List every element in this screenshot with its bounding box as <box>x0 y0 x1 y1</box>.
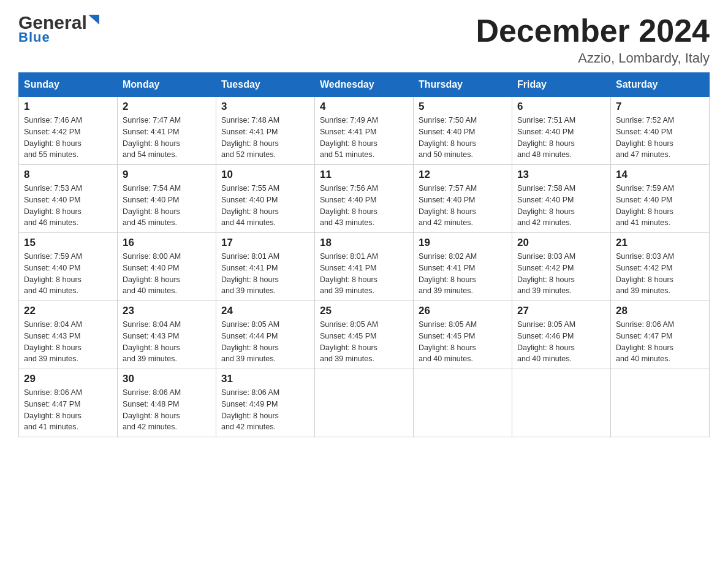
day-info: Sunrise: 7:50 AMSunset: 4:40 PMDaylight:… <box>419 115 507 161</box>
calendar-table: SundayMondayTuesdayWednesdayThursdayFrid… <box>18 72 710 437</box>
calendar-cell <box>512 369 611 437</box>
calendar-cell: 2Sunrise: 7:47 AMSunset: 4:41 PMDaylight… <box>118 97 216 165</box>
header-wednesday: Wednesday <box>315 73 414 97</box>
day-number: 18 <box>320 237 408 249</box>
calendar-cell: 27Sunrise: 8:05 AMSunset: 4:46 PMDayligh… <box>512 301 611 369</box>
title-block: December 2024 Azzio, Lombardy, Italy <box>476 12 710 66</box>
header-thursday: Thursday <box>414 73 512 97</box>
day-info: Sunrise: 8:05 AMSunset: 4:45 PMDaylight:… <box>419 319 507 365</box>
day-info: Sunrise: 8:05 AMSunset: 4:46 PMDaylight:… <box>517 319 605 365</box>
day-info: Sunrise: 8:05 AMSunset: 4:44 PMDaylight:… <box>221 319 309 365</box>
day-info: Sunrise: 8:04 AMSunset: 4:43 PMDaylight:… <box>24 319 112 365</box>
day-info: Sunrise: 7:49 AMSunset: 4:41 PMDaylight:… <box>320 115 408 161</box>
day-number: 22 <box>24 305 112 317</box>
day-info: Sunrise: 7:51 AMSunset: 4:40 PMDaylight:… <box>517 115 605 161</box>
day-info: Sunrise: 8:00 AMSunset: 4:40 PMDaylight:… <box>123 251 211 297</box>
day-number: 2 <box>123 101 211 113</box>
calendar-cell: 5Sunrise: 7:50 AMSunset: 4:40 PMDaylight… <box>414 97 512 165</box>
day-info: Sunrise: 7:52 AMSunset: 4:40 PMDaylight:… <box>616 115 704 161</box>
calendar-cell: 7Sunrise: 7:52 AMSunset: 4:40 PMDaylight… <box>611 97 710 165</box>
day-number: 13 <box>517 169 605 181</box>
logo-blue-text: Blue <box>18 29 50 45</box>
calendar-cell: 20Sunrise: 8:03 AMSunset: 4:42 PMDayligh… <box>512 233 611 301</box>
calendar-cell: 9Sunrise: 7:54 AMSunset: 4:40 PMDaylight… <box>118 165 216 233</box>
calendar-week-row: 1Sunrise: 7:46 AMSunset: 4:42 PMDaylight… <box>19 97 710 165</box>
day-number: 26 <box>419 305 507 317</box>
calendar-cell: 8Sunrise: 7:53 AMSunset: 4:40 PMDaylight… <box>19 165 118 233</box>
calendar-cell: 17Sunrise: 8:01 AMSunset: 4:41 PMDayligh… <box>216 233 315 301</box>
day-info: Sunrise: 8:06 AMSunset: 4:49 PMDaylight:… <box>221 387 309 433</box>
day-number: 10 <box>221 169 309 181</box>
calendar-cell: 25Sunrise: 8:05 AMSunset: 4:45 PMDayligh… <box>315 301 414 369</box>
day-info: Sunrise: 7:48 AMSunset: 4:41 PMDaylight:… <box>221 115 309 161</box>
day-info: Sunrise: 7:46 AMSunset: 4:42 PMDaylight:… <box>24 115 112 161</box>
calendar-cell: 30Sunrise: 8:06 AMSunset: 4:48 PMDayligh… <box>118 369 216 437</box>
location-title: Azzio, Lombardy, Italy <box>476 50 710 66</box>
day-info: Sunrise: 8:06 AMSunset: 4:47 PMDaylight:… <box>616 319 704 365</box>
day-number: 23 <box>123 305 211 317</box>
day-number: 19 <box>419 237 507 249</box>
day-number: 21 <box>616 237 704 249</box>
day-number: 17 <box>221 237 309 249</box>
calendar-cell: 28Sunrise: 8:06 AMSunset: 4:47 PMDayligh… <box>611 301 710 369</box>
calendar-cell: 15Sunrise: 7:59 AMSunset: 4:40 PMDayligh… <box>19 233 118 301</box>
header-friday: Friday <box>512 73 611 97</box>
calendar-cell: 13Sunrise: 7:58 AMSunset: 4:40 PMDayligh… <box>512 165 611 233</box>
page-header: General Blue December 2024 Azzio, Lombar… <box>18 12 710 66</box>
calendar-cell: 21Sunrise: 8:03 AMSunset: 4:42 PMDayligh… <box>611 233 710 301</box>
day-number: 11 <box>320 169 408 181</box>
calendar-cell: 4Sunrise: 7:49 AMSunset: 4:41 PMDaylight… <box>315 97 414 165</box>
day-info: Sunrise: 8:04 AMSunset: 4:43 PMDaylight:… <box>123 319 211 365</box>
day-info: Sunrise: 7:53 AMSunset: 4:40 PMDaylight:… <box>24 183 112 229</box>
day-number: 28 <box>616 305 704 317</box>
svg-marker-0 <box>88 15 99 25</box>
day-info: Sunrise: 7:57 AMSunset: 4:40 PMDaylight:… <box>419 183 507 229</box>
logo-flag-icon <box>87 13 100 29</box>
calendar-cell: 22Sunrise: 8:04 AMSunset: 4:43 PMDayligh… <box>19 301 118 369</box>
calendar-cell: 6Sunrise: 7:51 AMSunset: 4:40 PMDaylight… <box>512 97 611 165</box>
day-number: 29 <box>24 373 112 385</box>
day-number: 5 <box>419 101 507 113</box>
day-number: 7 <box>616 101 704 113</box>
day-number: 12 <box>419 169 507 181</box>
day-info: Sunrise: 7:59 AMSunset: 4:40 PMDaylight:… <box>24 251 112 297</box>
day-number: 9 <box>123 169 211 181</box>
day-info: Sunrise: 7:56 AMSunset: 4:40 PMDaylight:… <box>320 183 408 229</box>
day-info: Sunrise: 7:55 AMSunset: 4:40 PMDaylight:… <box>221 183 309 229</box>
calendar-cell: 24Sunrise: 8:05 AMSunset: 4:44 PMDayligh… <box>216 301 315 369</box>
calendar-cell: 16Sunrise: 8:00 AMSunset: 4:40 PMDayligh… <box>118 233 216 301</box>
calendar-cell: 14Sunrise: 7:59 AMSunset: 4:40 PMDayligh… <box>611 165 710 233</box>
calendar-cell: 3Sunrise: 7:48 AMSunset: 4:41 PMDaylight… <box>216 97 315 165</box>
calendar-header-row: SundayMondayTuesdayWednesdayThursdayFrid… <box>19 73 710 97</box>
day-number: 25 <box>320 305 408 317</box>
calendar-week-row: 29Sunrise: 8:06 AMSunset: 4:47 PMDayligh… <box>19 369 710 437</box>
calendar-cell: 18Sunrise: 8:01 AMSunset: 4:41 PMDayligh… <box>315 233 414 301</box>
calendar-cell: 12Sunrise: 7:57 AMSunset: 4:40 PMDayligh… <box>414 165 512 233</box>
header-tuesday: Tuesday <box>216 73 315 97</box>
day-number: 20 <box>517 237 605 249</box>
logo: General Blue <box>18 12 100 45</box>
header-saturday: Saturday <box>611 73 710 97</box>
month-title: December 2024 <box>476 12 710 49</box>
header-monday: Monday <box>118 73 216 97</box>
day-number: 27 <box>517 305 605 317</box>
day-info: Sunrise: 8:06 AMSunset: 4:48 PMDaylight:… <box>123 387 211 433</box>
day-number: 14 <box>616 169 704 181</box>
calendar-cell <box>414 369 512 437</box>
calendar-cell: 19Sunrise: 8:02 AMSunset: 4:41 PMDayligh… <box>414 233 512 301</box>
day-info: Sunrise: 7:54 AMSunset: 4:40 PMDaylight:… <box>123 183 211 229</box>
day-number: 16 <box>123 237 211 249</box>
day-number: 4 <box>320 101 408 113</box>
calendar-cell: 31Sunrise: 8:06 AMSunset: 4:49 PMDayligh… <box>216 369 315 437</box>
day-number: 24 <box>221 305 309 317</box>
day-info: Sunrise: 8:01 AMSunset: 4:41 PMDaylight:… <box>221 251 309 297</box>
header-sunday: Sunday <box>19 73 118 97</box>
day-number: 1 <box>24 101 112 113</box>
day-info: Sunrise: 7:47 AMSunset: 4:41 PMDaylight:… <box>123 115 211 161</box>
calendar-cell: 29Sunrise: 8:06 AMSunset: 4:47 PMDayligh… <box>19 369 118 437</box>
day-number: 15 <box>24 237 112 249</box>
day-info: Sunrise: 7:58 AMSunset: 4:40 PMDaylight:… <box>517 183 605 229</box>
day-info: Sunrise: 8:02 AMSunset: 4:41 PMDaylight:… <box>419 251 507 297</box>
calendar-week-row: 15Sunrise: 7:59 AMSunset: 4:40 PMDayligh… <box>19 233 710 301</box>
calendar-week-row: 8Sunrise: 7:53 AMSunset: 4:40 PMDaylight… <box>19 165 710 233</box>
